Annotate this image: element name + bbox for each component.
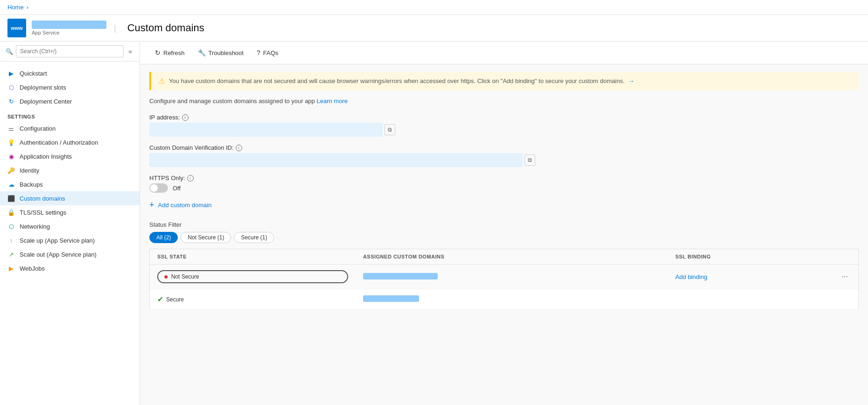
more-actions-button-1[interactable]: ··· <box>839 272 851 282</box>
ssl-state-cell-1: ● Not Secure <box>150 265 356 289</box>
verification-id-copy-button[interactable]: ⧉ <box>525 154 535 166</box>
collapse-button[interactable]: « <box>126 47 134 56</box>
ip-address-label: IP address: i <box>149 114 859 121</box>
ip-address-value-row: ⧉ <box>149 123 859 137</box>
troubleshoot-icon: 🔧 <box>198 49 206 56</box>
main-layout: 🔍 « ▶ Quickstart ⬡ Deployment slots ↻ De… <box>0 42 868 405</box>
verification-id-label: Custom Domain Verification ID: i <box>149 144 859 151</box>
col-ssl-binding: SSL Binding <box>668 249 832 265</box>
description-line: Configure and manage custom domains assi… <box>149 98 859 105</box>
networking-icon: ⬡ <box>7 223 15 230</box>
sidebar-item-scale-out[interactable]: ↗ Scale out (App Service plan) <box>0 247 140 261</box>
troubleshoot-label: Troubleshoot <box>209 49 244 56</box>
domain-cell-1 <box>356 265 668 289</box>
ip-address-info-icon[interactable]: i <box>182 114 189 121</box>
https-only-toggle-row: Off <box>149 183 859 193</box>
learn-more-link[interactable]: Learn more <box>316 98 347 105</box>
sidebar-label-networking: Networking <box>20 223 50 230</box>
status-filter-label: Status Filter <box>149 221 859 228</box>
col-ssl-state: SSL STATE <box>150 249 356 265</box>
sidebar-item-custom-domains[interactable]: ⬛ Custom domains <box>0 191 140 205</box>
sidebar-item-configuration[interactable]: ⚌ Configuration <box>0 121 140 135</box>
sidebar-item-tls-ssl[interactable]: 🔒 TLS/SSL settings <box>0 205 140 219</box>
breadcrumb-separator: › <box>27 4 28 11</box>
webjobs-icon: ▶ <box>7 265 15 272</box>
verification-id-info-icon[interactable]: i <box>236 145 242 151</box>
sidebar-item-auth-authorization[interactable]: 💡 Authentication / Authorization <box>0 135 140 149</box>
domain-cell-2 <box>356 289 668 310</box>
col-actions <box>832 249 859 265</box>
quickstart-icon: ▶ <box>7 70 15 77</box>
table-body: ● Not Secure Add binding ··· <box>150 265 859 310</box>
sidebar-item-deployment-center[interactable]: ↻ Deployment Center <box>0 94 140 108</box>
https-only-info-icon[interactable]: i <box>187 175 194 182</box>
ip-address-copy-button[interactable]: ⧉ <box>385 124 395 135</box>
add-icon: + <box>149 200 154 210</box>
sidebar-label-auth: Authentication / Authorization <box>20 139 98 146</box>
breadcrumb-home[interactable]: Home <box>7 4 24 11</box>
page-title: Custom domains <box>127 22 204 34</box>
sidebar: 🔍 « ▶ Quickstart ⬡ Deployment slots ↻ De… <box>0 42 140 405</box>
not-secure-badge: ● Not Secure <box>157 270 348 283</box>
sidebar-label-webjobs: WebJobs <box>20 265 45 272</box>
add-domain-label: Add custom domain <box>158 202 212 209</box>
add-custom-domain-button[interactable]: + Add custom domain <box>149 200 859 210</box>
app-icon: www <box>7 19 26 37</box>
sidebar-item-scale-up[interactable]: ↑ Scale up (App Service plan) <box>0 233 140 247</box>
sidebar-label-custom-domains: Custom domains <box>20 195 65 202</box>
scale-out-icon: ↗ <box>7 251 15 258</box>
app-service-label: App Service <box>32 30 106 35</box>
sidebar-label-quickstart: Quickstart <box>20 70 47 77</box>
verification-id-group: Custom Domain Verification ID: i ⧉ <box>149 144 859 167</box>
filter-pill-all[interactable]: All (2) <box>149 232 178 243</box>
toolbar: ↻ Refresh 🔧 Troubleshoot ? FAQs <box>140 42 868 64</box>
app-header: www App Service | Custom domains <box>0 15 868 42</box>
faqs-button[interactable]: ? FAQs <box>251 46 284 59</box>
sidebar-item-application-insights[interactable]: ◉ Application Insights <box>0 149 140 163</box>
sidebar-item-networking[interactable]: ⬡ Networking <box>0 219 140 233</box>
https-only-label: HTTPS Only: i <box>149 175 859 182</box>
https-only-toggle[interactable] <box>149 183 168 193</box>
warning-text: You have custom domains that are not sec… <box>169 77 624 84</box>
ssl-state-cell-2: ✔ Secure <box>150 289 356 310</box>
sidebar-item-deployment-slots[interactable]: ⬡ Deployment slots <box>0 80 140 94</box>
sidebar-item-identity[interactable]: 🔑 Identity <box>0 163 140 177</box>
filter-pill-not-secure[interactable]: Not Secure (1) <box>181 232 231 243</box>
identity-icon: 🔑 <box>7 167 15 174</box>
warning-icon: ⚠ <box>159 77 165 85</box>
faqs-icon: ? <box>257 49 260 56</box>
ip-address-value <box>149 123 383 137</box>
refresh-button[interactable]: ↻ Refresh <box>149 46 190 59</box>
sidebar-label-scale-up: Scale up (App Service plan) <box>20 237 95 244</box>
toggle-knob <box>150 184 158 192</box>
troubleshoot-button[interactable]: 🔧 Troubleshoot <box>192 46 249 59</box>
domain-value-2 <box>363 295 419 302</box>
more-actions-cell-2 <box>832 289 859 310</box>
binding-cell-1: Add binding <box>668 265 832 289</box>
search-input[interactable] <box>16 45 124 57</box>
deployment-slots-icon: ⬡ <box>7 84 15 91</box>
settings-section-label: Settings <box>0 108 140 121</box>
table-header: SSL STATE ASSIGNED CUSTOM DOMAINS SSL Bi… <box>150 249 859 265</box>
header-separator: | <box>114 23 116 33</box>
sidebar-label-appinsights: Application Insights <box>20 153 72 160</box>
binding-cell-2 <box>668 289 832 310</box>
faqs-label: FAQs <box>263 49 279 56</box>
sidebar-item-quickstart[interactable]: ▶ Quickstart <box>0 66 140 80</box>
sidebar-label-deployment-slots: Deployment slots <box>20 84 66 91</box>
table-row: ● Not Secure Add binding ··· <box>150 265 859 289</box>
add-binding-link-1[interactable]: Add binding <box>675 273 707 280</box>
backups-icon: ☁ <box>7 181 15 188</box>
warning-banner: ⚠ You have custom domains that are not s… <box>149 72 859 90</box>
sidebar-label-configuration: Configuration <box>20 125 56 132</box>
warning-arrow[interactable]: → <box>628 77 634 84</box>
ip-address-group: IP address: i ⧉ <box>149 114 859 137</box>
sidebar-item-webjobs[interactable]: ▶ WebJobs <box>0 261 140 275</box>
search-icon: 🔍 <box>6 48 13 55</box>
auth-icon: 💡 <box>7 139 15 146</box>
https-only-group: HTTPS Only: i Off <box>149 175 859 193</box>
sidebar-item-backups[interactable]: ☁ Backups <box>0 177 140 191</box>
sidebar-search-container: 🔍 « <box>0 42 140 62</box>
sidebar-label-deployment-center: Deployment Center <box>20 98 72 105</box>
filter-pill-secure[interactable]: Secure (1) <box>234 232 274 243</box>
